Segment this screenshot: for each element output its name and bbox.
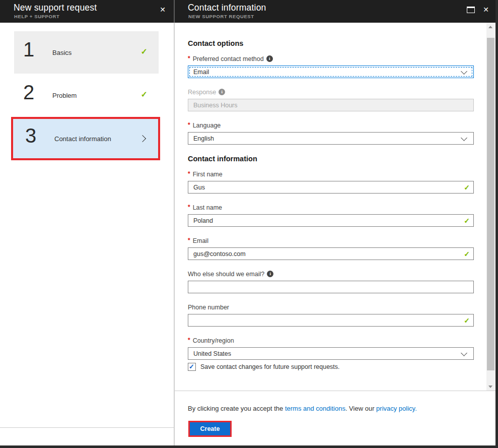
check-icon: ✓ xyxy=(141,47,148,56)
additional-email-label: Who else should we email? i xyxy=(188,270,474,278)
terms-and-conditions-link[interactable]: terms and conditions xyxy=(285,405,345,412)
step-label: Contact information xyxy=(54,135,111,143)
contact-options-heading: Contact options xyxy=(188,39,474,47)
language-label: * Language xyxy=(188,121,474,129)
triangle-up-icon xyxy=(488,26,492,28)
first-name-field[interactable] xyxy=(188,181,474,194)
info-icon[interactable]: i xyxy=(267,271,273,277)
phone-number-label: Phone number xyxy=(188,303,474,311)
disclaimer-middle: . View our xyxy=(345,405,376,412)
required-marker: * xyxy=(188,337,190,344)
step-label: Basics xyxy=(52,49,72,56)
new-support-request-window: New support request HELP + SUPPORT ✕ 1 B… xyxy=(0,0,498,448)
checkbox-check-icon: ✓ xyxy=(189,363,194,370)
country-region-dropdown[interactable]: United States xyxy=(188,347,474,360)
close-icon[interactable]: ✕ xyxy=(481,5,491,15)
privacy-policy-link[interactable]: privacy policy xyxy=(376,405,415,412)
chevron-down-icon xyxy=(461,350,467,356)
contact-panel-header: Contact information NEW SUPPORT REQUEST … xyxy=(175,0,498,23)
step-number: 2 xyxy=(23,81,34,104)
first-name-label: * First name xyxy=(188,170,474,178)
step-number: 1 xyxy=(23,38,34,61)
scrollbar-up-arrow[interactable] xyxy=(486,23,495,31)
step-number: 3 xyxy=(25,124,36,147)
panel-separator xyxy=(174,0,175,448)
wizard-panel-header: New support request HELP + SUPPORT ✕ xyxy=(0,0,174,23)
create-button-highlight: Create xyxy=(188,421,232,437)
scrollbar-thumb[interactable] xyxy=(487,38,494,370)
last-name-field[interactable] xyxy=(188,214,474,227)
email-label: * Email xyxy=(188,237,474,244)
panel-footer: By clicking create you accept the terms … xyxy=(175,391,498,448)
info-icon[interactable]: i xyxy=(219,89,225,95)
save-contact-label: Save contact changes for future support … xyxy=(200,363,340,370)
required-marker: * xyxy=(188,237,190,244)
save-contact-checkbox[interactable]: ✓ xyxy=(188,363,196,371)
maximize-icon[interactable] xyxy=(467,7,475,13)
create-button[interactable]: Create xyxy=(190,422,230,435)
response-label: Response i xyxy=(188,88,474,96)
country-region-label: * Country/region xyxy=(188,337,474,344)
window-frame-bottom xyxy=(0,445,498,448)
info-icon[interactable]: i xyxy=(266,55,273,62)
left-panel-divider xyxy=(0,427,174,428)
step-problem[interactable]: 2 Problem ✓ xyxy=(14,74,159,116)
required-marker: * xyxy=(188,170,190,177)
step-contact-information[interactable]: 3 Contact information xyxy=(11,117,160,160)
chevron-down-icon xyxy=(461,68,467,75)
chevron-right-icon xyxy=(139,135,146,142)
preferred-contact-method-dropdown[interactable]: Email xyxy=(188,66,474,78)
vertical-scrollbar xyxy=(486,23,495,391)
response-field xyxy=(188,99,474,111)
scrollbar-down-arrow[interactable] xyxy=(486,382,495,391)
close-icon[interactable]: ✕ xyxy=(158,5,168,15)
panel-title: Contact information xyxy=(188,3,266,13)
phone-number-field[interactable] xyxy=(188,314,474,327)
disclaimer-prefix: By clicking create you accept the xyxy=(188,405,285,412)
wizard-subtitle: HELP + SUPPORT xyxy=(14,14,59,19)
disclaimer-text: By clicking create you accept the terms … xyxy=(188,405,498,412)
save-contact-row: ✓ Save contact changes for future suppor… xyxy=(188,363,474,371)
required-marker: * xyxy=(188,121,190,129)
chevron-down-icon xyxy=(461,135,467,141)
panel-subtitle: NEW SUPPORT REQUEST xyxy=(188,14,254,19)
panel-separator-header xyxy=(174,0,175,23)
step-basics[interactable]: 1 Basics ✓ xyxy=(14,31,159,74)
last-name-label: * Last name xyxy=(188,204,474,211)
required-marker: * xyxy=(188,204,190,211)
form-scroll-area: Contact options * Preferred contact meth… xyxy=(175,23,498,391)
wizard-panel: New support request HELP + SUPPORT ✕ 1 B… xyxy=(0,0,174,448)
wizard-title: New support request xyxy=(14,3,97,13)
disclaimer-suffix: . xyxy=(415,405,417,412)
dropdown-value: United States xyxy=(193,350,231,357)
language-dropdown[interactable]: English xyxy=(188,132,474,145)
contact-information-heading: Contact information xyxy=(188,155,474,163)
dropdown-value: English xyxy=(193,135,214,142)
step-label: Problem xyxy=(52,92,77,99)
additional-email-field[interactable] xyxy=(188,281,474,293)
check-icon: ✓ xyxy=(141,90,148,99)
email-field[interactable] xyxy=(188,247,474,260)
required-marker: * xyxy=(188,55,190,62)
contact-information-panel: Contact information NEW SUPPORT REQUEST … xyxy=(175,0,498,448)
triangle-down-icon xyxy=(488,386,492,388)
window-frame-right xyxy=(495,0,498,448)
dropdown-value: Email xyxy=(193,69,209,76)
preferred-contact-method-label: * Preferred contact method i xyxy=(188,55,474,62)
